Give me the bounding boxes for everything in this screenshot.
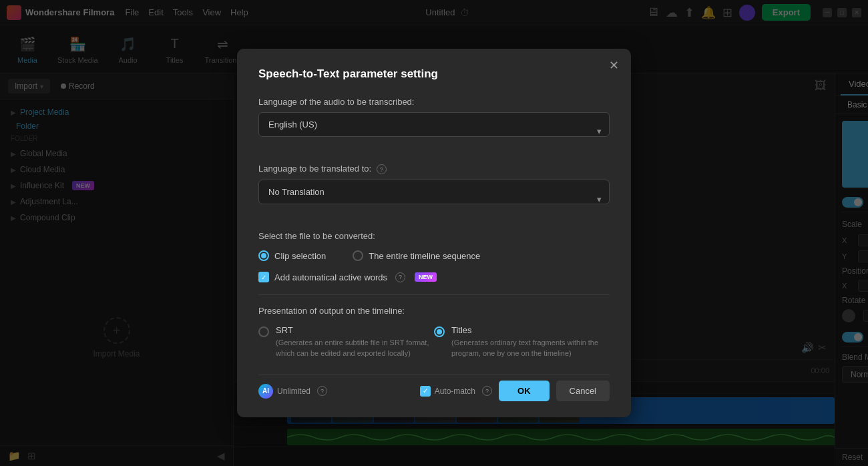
auto-match-checkmark-icon: ✓	[423, 387, 428, 395]
audio-language-dropdown-wrapper: English (US) English (UK) Spanish French…	[258, 112, 610, 150]
footer-left: AI Unlimited ?	[258, 384, 413, 399]
audio-language-label: Language of the audio to be transcribed:	[258, 97, 610, 107]
titles-radio[interactable]	[434, 326, 445, 337]
unlimited-label: Unlimited	[277, 387, 310, 396]
presentation-label: Presentation of output on the timeline:	[258, 306, 610, 316]
modal-divider	[258, 294, 610, 295]
modal-footer: AI Unlimited ? ✓ Auto-match ? OK Cancel	[258, 375, 610, 401]
modal-close-button[interactable]: ✕	[609, 59, 619, 71]
audio-language-select[interactable]: English (US) English (UK) Spanish French…	[258, 112, 610, 137]
add-active-words-label: Add automatical active words	[274, 272, 387, 282]
translate-language-label: Language to be translated to: ?	[258, 164, 610, 175]
clip-selection-option[interactable]: Clip selection	[258, 250, 326, 261]
active-words-new-badge: NEW	[415, 272, 437, 282]
add-active-words-checkbox-item[interactable]: ✓ Add automatical active words ? NEW	[258, 272, 610, 282]
speech-to-text-modal: ✕ Speech-to-Text parameter setting Langu…	[237, 49, 631, 417]
modal-overlay: ✕ Speech-to-Text parameter setting Langu…	[0, 0, 868, 466]
titles-radio-col	[434, 325, 445, 359]
clip-selection-radio[interactable]	[258, 250, 269, 261]
ok-button[interactable]: OK	[499, 381, 550, 401]
entire-timeline-label: The entire timeline sequence	[369, 251, 480, 261]
file-selection-radio-group: Clip selection The entire timeline seque…	[258, 250, 610, 261]
srt-text-col: SRT (Generates an entire subtitle file i…	[276, 325, 434, 359]
entire-timeline-radio[interactable]	[353, 250, 363, 261]
titles-desc: (Generates ordinary text fragments withi…	[451, 338, 610, 359]
translate-help-icon[interactable]: ?	[377, 164, 387, 174]
ai-badge-icon: AI	[258, 384, 273, 399]
auto-match-checkbox[interactable]: ✓	[420, 386, 431, 397]
auto-match-section: ✓ Auto-match ?	[420, 386, 492, 397]
translate-language-dropdown-wrapper: No Translation English Spanish French Ge…	[258, 180, 610, 218]
file-selection-label: Select the file to be converted:	[258, 231, 610, 241]
entire-timeline-option[interactable]: The entire timeline sequence	[353, 250, 480, 261]
modal-title: Speech-to-Text parameter setting	[258, 67, 610, 81]
srt-radio[interactable]	[258, 326, 269, 337]
cancel-button[interactable]: Cancel	[556, 381, 610, 401]
srt-desc: (Generates an entire subtitle file in SR…	[276, 338, 434, 359]
translate-language-select[interactable]: No Translation English Spanish French Ge…	[258, 180, 610, 204]
auto-match-help-icon[interactable]: ?	[482, 386, 492, 396]
active-words-help-icon[interactable]: ?	[395, 272, 405, 282]
titles-radio-fill	[437, 329, 442, 334]
srt-option[interactable]: SRT (Generates an entire subtitle file i…	[258, 325, 434, 359]
titles-option[interactable]: Titles (Generates ordinary text fragment…	[434, 325, 610, 359]
add-active-words-checkbox[interactable]: ✓	[258, 272, 269, 282]
srt-title: SRT	[276, 325, 434, 335]
clip-selection-radio-fill	[261, 253, 266, 258]
srt-radio-col	[258, 325, 269, 359]
clip-selection-label: Clip selection	[274, 251, 326, 261]
checkmark-icon: ✓	[261, 274, 266, 281]
output-options: SRT (Generates an entire subtitle file i…	[258, 325, 610, 359]
unlimited-help-icon[interactable]: ?	[317, 386, 327, 396]
titles-text-col: Titles (Generates ordinary text fragment…	[451, 325, 610, 359]
titles-title: Titles	[451, 325, 610, 335]
auto-match-label: Auto-match	[435, 387, 475, 396]
